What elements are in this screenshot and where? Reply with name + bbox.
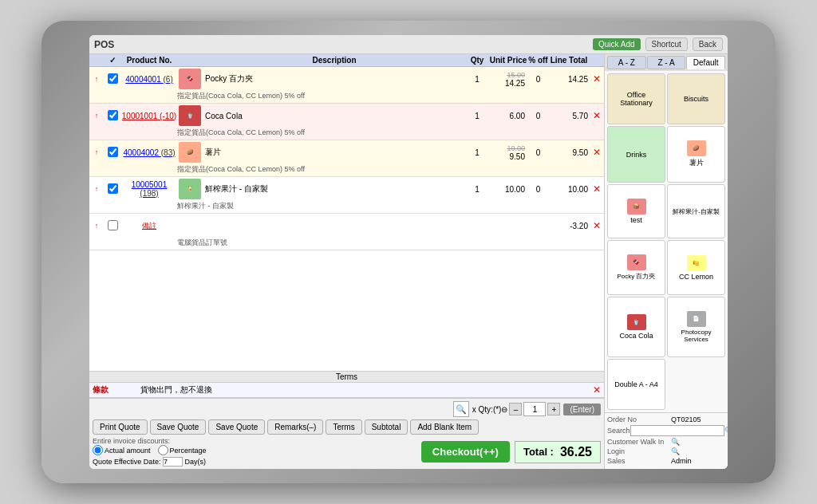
item-product-id[interactable]: 10005001 (198) (121, 180, 177, 198)
item-product-id[interactable]: 10001001 (-10) (121, 112, 177, 120)
enter-button[interactable]: (Enter) (563, 404, 601, 415)
table-header: ✓ Product No. Description Qty Unit Price… (89, 54, 604, 67)
item-arrow: ↑ (89, 222, 104, 230)
actual-amount-option[interactable]: Actual amount (93, 445, 151, 455)
login-row: Login 🔍 (607, 447, 725, 455)
quick-item-cc-lemon[interactable]: 🍋 CC Lemon (667, 240, 725, 295)
app-title: POS (94, 39, 114, 50)
qty-label: x Qty:(*)⊖ (472, 405, 508, 414)
search-input[interactable] (630, 425, 724, 436)
quick-item-double-a[interactable]: Double A - A4 (607, 359, 665, 410)
print-quote-button[interactable]: Print Quote (93, 419, 148, 435)
table-row: ↑ 備註 -3.20 ✕ 電腦貨品訂單號 (89, 214, 604, 250)
tablet: POS Quick Add Shortcut Back ✓ Product No… (41, 21, 776, 483)
item-delete[interactable]: ✕ (590, 220, 604, 231)
bottom-area: 🔍 x Qty:(*)⊖ – + (Enter) Print Quote Sav… (89, 398, 604, 469)
back-button[interactable]: Back (693, 37, 723, 51)
item-checkbox[interactable] (108, 110, 118, 120)
quote-days-input[interactable] (163, 457, 183, 467)
quick-item-label: test (630, 216, 642, 224)
add-blank-button[interactable]: Add Blank Item (410, 419, 479, 435)
quick-item-label: Pocky 百力夾 (617, 272, 655, 281)
item-row-main: ↑ 40004002 (83) 🥔 薯片 1 10.00 9.50 0 9. (89, 140, 604, 164)
percentage-radio[interactable] (158, 445, 168, 455)
item-description: Pocky 百力夾 (203, 73, 466, 85)
item-delete[interactable]: ✕ (590, 73, 604, 85)
item-qty: 1 (466, 185, 488, 194)
item-line-total: -3.20 (548, 222, 590, 230)
item-line-total: 10.00 (548, 185, 590, 194)
percentage-label: Percentage (170, 447, 207, 455)
quick-item-img: 📦 (627, 199, 646, 215)
total-area: Total : 36.25 (515, 441, 601, 463)
quick-item-label: Coca Cola (619, 332, 653, 340)
col-unit-header: Unit Price (488, 56, 528, 65)
qty-plus-button[interactable]: + (547, 403, 560, 415)
quick-item-juice[interactable]: 鮮榨果汁-自家製 (667, 184, 725, 238)
qty-input[interactable] (523, 402, 546, 416)
subtotal-button[interactable]: Subtotal (365, 419, 408, 435)
quick-item-coca-cola[interactable]: 🥤 Coca Cola (607, 297, 665, 357)
quick-item-img: 🍫 (627, 254, 646, 270)
customer-label: Customer Walk In (607, 438, 671, 446)
tab-za[interactable]: Z - A (647, 56, 686, 69)
quick-add-button[interactable]: Quick Add (593, 38, 641, 50)
item-delete[interactable]: ✕ (590, 110, 604, 121)
total-value: 36.25 (560, 445, 592, 459)
item-description: Coca Cola (203, 112, 466, 120)
shortcut-button[interactable]: Shortcut (645, 37, 688, 51)
search-customer-icon: 🔍 (671, 438, 680, 446)
sales-row: Sales Admin (607, 457, 725, 465)
table-row: ↑ 10001001 (-10) 🥤 Coca Cola 1 6.00 0 5.… (89, 104, 604, 140)
search-bar: 🔍 x Qty:(*)⊖ – + (Enter) (93, 401, 601, 417)
qty-minus-button[interactable]: – (509, 403, 522, 415)
tab-default[interactable]: Default (686, 56, 725, 69)
col-desc-header: Description (203, 56, 466, 65)
table-row: ↑ 40004001 (6) 🍫 Pocky 百力夾 1 15.00 14.25… (89, 67, 604, 104)
item-delete[interactable]: ✕ (590, 183, 604, 195)
item-qty: 1 (466, 112, 488, 120)
item-checkbox[interactable] (108, 183, 118, 194)
tablet-screen: POS Quick Add Shortcut Back ✓ Product No… (89, 35, 728, 469)
item-product-id[interactable]: 40004001 (6) (121, 75, 177, 84)
item-unit-price: 10.00 (488, 185, 528, 194)
quick-item-drinks[interactable]: Drinks (607, 126, 665, 183)
item-delete[interactable]: ✕ (590, 147, 604, 158)
tab-az[interactable]: A - Z (607, 56, 646, 69)
quick-item-photocopy[interactable]: 📄 Photocopy Services (667, 297, 725, 357)
top-bar: POS Quick Add Shortcut Back (89, 35, 728, 54)
save-quote-button-2[interactable]: Save Quote (208, 419, 265, 435)
discount-area: Entire invoice discounts: Actual amount … (93, 437, 416, 467)
quick-item-img: 📄 (687, 311, 706, 327)
quick-item-test[interactable]: 📦 test (607, 184, 665, 238)
item-pct: 0 (528, 185, 548, 194)
item-checkbox[interactable] (108, 73, 118, 84)
terms-value: 貨物出門，恕不退換 (140, 384, 593, 396)
item-line-total: 14.25 (548, 75, 590, 84)
quick-item-chips[interactable]: 🥔 薯片 (667, 126, 725, 183)
terms-delete[interactable]: ✕ (593, 384, 601, 396)
terms-button[interactable]: Terms (326, 419, 361, 435)
item-unit-price: 15.00 14.25 (488, 71, 528, 88)
item-product-id[interactable]: 40004002 (83) (121, 148, 177, 157)
remarks-button[interactable]: Remarks(–) (267, 419, 323, 435)
quick-item-label: OfficeStationary (620, 91, 653, 107)
quick-item-pocky[interactable]: 🍫 Pocky 百力夾 (607, 240, 665, 295)
percentage-option[interactable]: Percentage (158, 445, 207, 455)
quick-item-label: Drinks (626, 151, 647, 159)
item-product-id[interactable]: 備註 (121, 221, 177, 231)
item-row-main: ↑ 40004001 (6) 🍫 Pocky 百力夾 1 15.00 14.25… (89, 67, 604, 91)
checkout-button[interactable]: Checkout(++) (421, 441, 510, 463)
col-img-header (177, 56, 203, 65)
item-checkbox[interactable] (108, 220, 118, 230)
actual-amount-radio[interactable] (93, 445, 103, 455)
save-quote-button-1[interactable]: Save Quote (150, 419, 207, 435)
quick-item-office-stationary[interactable]: OfficeStationary (607, 73, 665, 124)
item-image (177, 215, 203, 237)
order-no-label: Order No (607, 415, 671, 423)
search-icon[interactable]: 🔍 (453, 401, 469, 417)
actual-amount-label: Actual amount (105, 447, 151, 455)
customer-row: Customer Walk In 🔍 (607, 438, 725, 446)
quick-item-biscuits[interactable]: Biscuits (667, 73, 725, 124)
item-checkbox[interactable] (108, 147, 118, 157)
